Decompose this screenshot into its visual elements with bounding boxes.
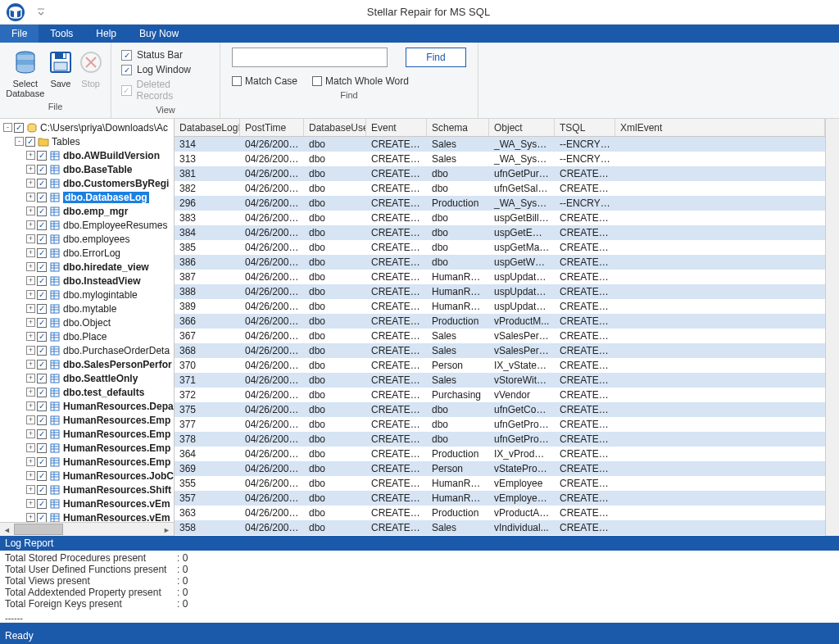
expand-icon[interactable]: + [26, 513, 35, 522]
checkbox-icon[interactable]: ✓ [37, 248, 47, 258]
tree-node[interactable]: +✓HumanResources.Emp [0, 455, 174, 469]
column-header[interactable]: DatabaseLogID [175, 119, 240, 136]
expand-icon[interactable]: + [26, 220, 35, 229]
expand-icon[interactable]: + [26, 388, 35, 397]
table-row[interactable]: 35504/26/2006...dboCREATE_VIE...HumanRes… [175, 476, 825, 491]
tree-node[interactable]: +✓HumanResources.Depa [0, 399, 174, 413]
log-window-toggle[interactable]: ✓ Log Window [121, 64, 206, 75]
expand-icon[interactable]: + [26, 471, 35, 480]
tree-node[interactable]: +✓dbo.Place [0, 329, 174, 343]
column-header[interactable]: Event [366, 119, 427, 136]
menu-file[interactable]: File [0, 25, 39, 43]
column-header[interactable]: Object [489, 119, 555, 136]
tree-node[interactable]: +✓HumanResources.Emp [0, 441, 174, 455]
table-row[interactable]: 38904/26/2006...dboCREATE_PR...HumanRes.… [175, 299, 825, 314]
checkbox-icon[interactable]: ✓ [37, 346, 47, 356]
checkbox-icon[interactable]: ✓ [14, 123, 24, 133]
collapse-icon[interactable]: - [15, 137, 24, 146]
menu-buy-now[interactable]: Buy Now [128, 25, 190, 43]
tree-node[interactable]: +✓dbo.BaseTable [0, 162, 174, 176]
table-row[interactable]: 38304/26/2006...dboCREATE_PR...dbouspGet… [175, 211, 825, 225]
save-button[interactable]: Save [46, 46, 76, 98]
expand-icon[interactable]: + [26, 360, 35, 369]
expand-icon[interactable]: + [26, 206, 35, 215]
checkbox-icon[interactable]: ✓ [25, 137, 35, 147]
tree-node[interactable]: +✓HumanResources.Shift [0, 483, 174, 497]
qat-dropdown-icon[interactable] [31, 2, 51, 22]
checkbox-icon[interactable]: ✓ [37, 151, 47, 161]
checkbox-icon[interactable]: ✓ [37, 499, 47, 509]
column-header[interactable]: TSQL [555, 119, 615, 136]
expand-icon[interactable]: + [26, 332, 35, 341]
expand-icon[interactable]: + [26, 457, 35, 466]
match-case-toggle[interactable]: Match Case [232, 75, 297, 87]
menu-tools[interactable]: Tools [39, 25, 84, 43]
table-row[interactable]: 38604/26/2006...dboCREATE_PR...dbouspGet… [175, 255, 825, 270]
expand-icon[interactable]: + [26, 234, 35, 243]
column-header[interactable]: DatabaseUser [304, 119, 366, 136]
table-row[interactable]: 38104/26/2006...dboCREATE_FU...dboufnGet… [175, 166, 825, 181]
expand-icon[interactable]: + [26, 276, 35, 285]
table-row[interactable]: 36404/26/2006...dboCREATE_IN...Productio… [175, 447, 825, 461]
checkbox-icon[interactable]: ✓ [37, 360, 47, 370]
scroll-left-arrow-icon[interactable]: ◄ [0, 523, 14, 537]
expand-icon[interactable]: + [26, 165, 35, 174]
grid-vertical-scrollbar[interactable] [825, 119, 839, 536]
checkbox-icon[interactable]: ✓ [37, 374, 47, 383]
tree-node[interactable]: +✓dbo.employees [0, 232, 174, 246]
find-input[interactable] [232, 48, 388, 67]
tree-node[interactable]: +✓dbo.SalesPersonPerfor [0, 357, 174, 371]
expand-icon[interactable]: + [26, 151, 35, 160]
tree-node[interactable]: +✓dbo.InsteadView [0, 274, 174, 288]
tree-node[interactable]: -✓C:\Users\priya\Downloads\Ac [0, 120, 174, 134]
checkbox-icon[interactable]: ✓ [37, 443, 47, 453]
tree-node[interactable]: +✓HumanResources.vEm [0, 497, 174, 510]
checkbox-icon[interactable]: ✓ [37, 262, 47, 272]
expand-icon[interactable]: + [26, 415, 35, 424]
expand-icon[interactable]: + [26, 499, 35, 508]
table-row[interactable]: 36304/26/2006...dboCREATE_VIE...Producti… [175, 506, 825, 520]
checkbox-icon[interactable]: ✓ [37, 290, 47, 300]
checkbox-icon[interactable]: ✓ [37, 471, 47, 481]
table-row[interactable]: 38804/26/2006...dboCREATE_PR...HumanRes.… [175, 284, 825, 299]
tree-node[interactable]: +✓dbo.mytable [0, 302, 174, 315]
checkbox-icon[interactable]: ✓ [37, 304, 47, 314]
tree-node[interactable]: +✓dbo.hiredate_view [0, 260, 174, 274]
select-database-button[interactable]: Select Database [5, 46, 46, 98]
table-row[interactable]: 38404/26/2006...dboCREATE_PR...dbouspGet… [175, 225, 825, 240]
checkbox-icon[interactable]: ✓ [37, 415, 47, 425]
table-row[interactable]: 31404/26/2006...dboCREATE_ST...Sales_WA_… [175, 137, 825, 152]
column-header[interactable]: PostTime [240, 119, 304, 136]
find-button[interactable]: Find [406, 48, 466, 67]
tree-node[interactable]: -✓Tables [0, 134, 174, 148]
table-row[interactable]: 38204/26/2006...dboCREATE_FU...dboufnGet… [175, 181, 825, 196]
table-row[interactable]: 35904/26/2006...dboCREATE_VIE...SalesvIn… [175, 535, 825, 536]
expand-icon[interactable]: + [26, 318, 35, 327]
expand-icon[interactable]: + [26, 262, 35, 271]
expand-icon[interactable]: + [26, 429, 35, 438]
table-row[interactable]: 36804/26/2006...dboCREATE_VIE...SalesvSa… [175, 343, 825, 358]
expand-icon[interactable]: + [26, 248, 35, 257]
checkbox-icon[interactable]: ✓ [37, 318, 47, 328]
table-row[interactable]: 37504/26/2006...dboCREATE_FU...dboufnGet… [175, 402, 825, 417]
table-row[interactable]: 36704/26/2006...dboCREATE_VIE...SalesvSa… [175, 329, 825, 343]
checkbox-icon[interactable]: ✓ [37, 193, 47, 202]
expand-icon[interactable]: + [26, 374, 35, 383]
tree-horizontal-scrollbar[interactable]: ◄ ► [0, 522, 174, 536]
table-row[interactable]: 38704/26/2006...dboCREATE_PR...HumanRes.… [175, 270, 825, 284]
table-row[interactable]: 36904/26/2006...dboCREATE_VIE...PersonvS… [175, 461, 825, 476]
tree-node[interactable]: +✓dbo.test_defaults [0, 385, 174, 399]
tree-node[interactable]: +✓dbo.emp_mgr [0, 204, 174, 218]
checkbox-icon[interactable]: ✓ [37, 401, 47, 411]
tree-node[interactable]: +✓dbo.EmployeeResumes [0, 218, 174, 232]
scrollbar-thumb[interactable] [14, 524, 63, 535]
tree-node[interactable]: +✓dbo.ErrorLog [0, 246, 174, 260]
status-bar-toggle[interactable]: ✓ Status Bar [121, 49, 206, 61]
table-row[interactable]: 37104/26/2006...dboCREATE_VIE...SalesvSt… [175, 373, 825, 388]
tree-node[interactable]: +✓dbo.SeattleOnly [0, 371, 174, 385]
tree-node[interactable]: +✓HumanResources.Emp [0, 413, 174, 427]
tree-node[interactable]: +✓dbo.mylogintable [0, 288, 174, 302]
checkbox-icon[interactable]: ✓ [37, 276, 47, 286]
expand-icon[interactable]: + [26, 401, 35, 410]
scroll-right-arrow-icon[interactable]: ► [160, 523, 174, 537]
